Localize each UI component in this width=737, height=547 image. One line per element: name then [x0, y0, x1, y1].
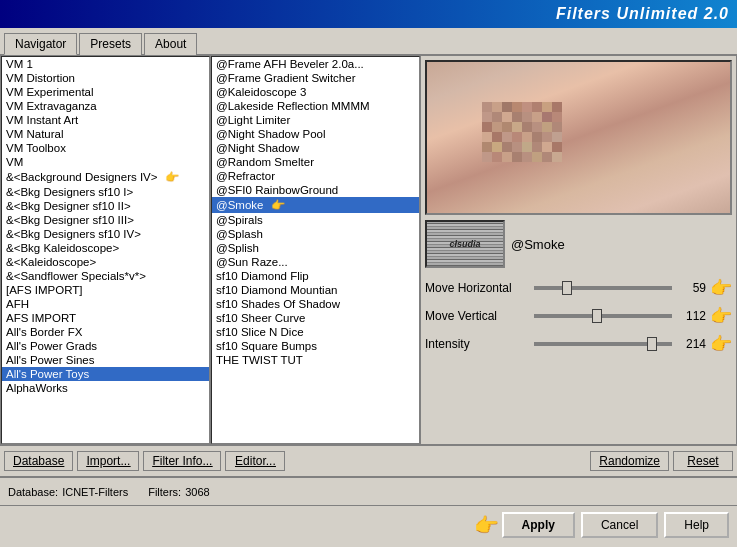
filter-list-item[interactable]: @Splish: [212, 241, 419, 255]
nav-list-item[interactable]: AFS IMPORT: [2, 311, 209, 325]
nav-list-item[interactable]: AlphaWorks: [2, 381, 209, 395]
slider-track-h[interactable]: [534, 286, 672, 290]
nav-list-item[interactable]: &<Kaleidoscope>: [2, 255, 209, 269]
editor-underline: E: [235, 454, 243, 468]
filter-list-item[interactable]: sf10 Diamond Flip: [212, 269, 419, 283]
left-panel: VM 1VM DistortionVM ExperimentalVM Extra…: [1, 56, 211, 444]
cancel-button[interactable]: Cancel: [581, 512, 658, 538]
filter-list[interactable]: @Frame AFH Beveler 2.0a...@Frame Gradien…: [211, 56, 420, 444]
middle-panel: @Frame AFH Beveler 2.0a...@Frame Gradien…: [211, 56, 421, 444]
slider-value-v: 112: [676, 309, 706, 323]
thumb-row: cłsudia @Smoke: [425, 219, 732, 269]
nav-list-item[interactable]: VM Natural: [2, 127, 209, 141]
filter-list-item[interactable]: @Light Limiter: [212, 113, 419, 127]
filter-list-item[interactable]: sf10 Diamond Mountian: [212, 283, 419, 297]
slider-row-vertical: Move Vertical 112 👉: [425, 305, 732, 327]
tab-presets[interactable]: Presets: [79, 33, 142, 55]
main-content: VM 1VM DistortionVM ExperimentalVM Extra…: [0, 55, 737, 445]
status-database: Database: ICNET-Filters: [8, 486, 128, 498]
apply-arrow-icon: 👉: [474, 513, 499, 537]
nav-list-item[interactable]: &<Bkg Designer sf10 II>: [2, 199, 209, 213]
nav-list-item[interactable]: All's Power Sines: [2, 353, 209, 367]
slider-track-i[interactable]: [534, 342, 672, 346]
slider-thumb-i[interactable]: [647, 337, 657, 351]
slider-label-i: Intensity: [425, 337, 530, 351]
right-panel: cłsudia @Smoke Move Horizontal 59 👉 Move…: [421, 56, 736, 444]
filter-list-item[interactable]: THE TWIST TUT: [212, 353, 419, 367]
title-bar: Filters Unlimited 2.0: [0, 0, 737, 28]
filter-list-item[interactable]: @Smoke 👉: [212, 197, 419, 213]
status-filters: Filters: 3068: [148, 486, 209, 498]
tab-navigator[interactable]: Navigator: [4, 33, 77, 55]
status-filters-value: 3068: [185, 486, 209, 498]
nav-list-item[interactable]: VM: [2, 155, 209, 169]
slider-arrow-v: 👉: [710, 305, 732, 327]
filter-list-item[interactable]: @Kaleidoscope 3: [212, 85, 419, 99]
nav-list-item[interactable]: VM Extravaganza: [2, 99, 209, 113]
nav-list-item[interactable]: All's Border FX: [2, 325, 209, 339]
nav-list-item[interactable]: All's Power Toys: [2, 367, 209, 381]
preview-image: [425, 60, 732, 215]
nav-list-item[interactable]: VM Instant Art: [2, 113, 209, 127]
slider-row-intensity: Intensity 214 👉: [425, 333, 732, 355]
slider-arrow-h: 👉: [710, 277, 732, 299]
slider-value-h: 59: [676, 281, 706, 295]
import-button[interactable]: Import...: [77, 451, 139, 471]
action-bar: 👉 Apply Cancel Help: [0, 505, 737, 543]
filter-list-item[interactable]: @Night Shadow Pool: [212, 127, 419, 141]
sliders-area: Move Horizontal 59 👉 Move Vertical 112 👉…: [425, 273, 732, 359]
nav-list-item[interactable]: &<Bkg Designers sf10 IV>: [2, 227, 209, 241]
filter-list-item[interactable]: sf10 Square Bumps: [212, 339, 419, 353]
slider-row-horizontal: Move Horizontal 59 👉: [425, 277, 732, 299]
navigator-list[interactable]: VM 1VM DistortionVM ExperimentalVM Extra…: [1, 56, 210, 444]
nav-list-item[interactable]: All's Power Grads: [2, 339, 209, 353]
filter-list-item[interactable]: @Spirals: [212, 213, 419, 227]
database-button[interactable]: Database: [4, 451, 73, 471]
filter-list-item[interactable]: @Frame Gradient Switcher: [212, 71, 419, 85]
slider-thumb-v[interactable]: [592, 309, 602, 323]
nav-list-item[interactable]: &<Bkg Designers sf10 I>: [2, 185, 209, 199]
slider-arrow-i: 👉: [710, 333, 732, 355]
status-filters-label: Filters:: [148, 486, 181, 498]
apply-wrapper: 👉 Apply: [502, 512, 575, 538]
nav-list-item[interactable]: &<Bkg Designer sf10 III>: [2, 213, 209, 227]
nav-list-item[interactable]: &<Bkg Kaleidoscope>: [2, 241, 209, 255]
filter-list-item[interactable]: @Splash: [212, 227, 419, 241]
filter-thumbnail: cłsudia: [425, 220, 505, 268]
app-title: Filters Unlimited 2.0: [556, 5, 729, 23]
help-button[interactable]: Help: [664, 512, 729, 538]
slider-track-v[interactable]: [534, 314, 672, 318]
nav-list-item[interactable]: VM Experimental: [2, 85, 209, 99]
filter-list-item[interactable]: sf10 Shades Of Shadow: [212, 297, 419, 311]
editor-button[interactable]: Editor...: [225, 451, 285, 471]
thumb-logo: cłsudia: [449, 239, 480, 249]
reset-button[interactable]: Reset: [673, 451, 733, 471]
filter-list-item[interactable]: @Night Shadow: [212, 141, 419, 155]
filter-list-item[interactable]: @SFI0 RainbowGround: [212, 183, 419, 197]
filterinfo-underline: F: [152, 454, 159, 468]
slider-label-v: Move Vertical: [425, 309, 530, 323]
slider-thumb-h[interactable]: [562, 281, 572, 295]
tab-about[interactable]: About: [144, 33, 197, 55]
randomize-button[interactable]: Randomize: [590, 451, 669, 471]
filter-list-item[interactable]: @Frame AFH Beveler 2.0a...: [212, 57, 419, 71]
apply-button[interactable]: Apply: [502, 512, 575, 538]
nav-list-item[interactable]: &<Sandflower Specials*v*>: [2, 269, 209, 283]
filter-list-item[interactable]: @Random Smelter: [212, 155, 419, 169]
slider-label-h: Move Horizontal: [425, 281, 530, 295]
filter-list-item[interactable]: sf10 Slice N Dice: [212, 325, 419, 339]
filter-list-item[interactable]: @Refractor: [212, 169, 419, 183]
filter-list-item[interactable]: sf10 Sheer Curve: [212, 311, 419, 325]
filter-list-item[interactable]: @Sun Raze...: [212, 255, 419, 269]
nav-list-item[interactable]: [AFS IMPORT]: [2, 283, 209, 297]
nav-list-item[interactable]: VM Toolbox: [2, 141, 209, 155]
filter-info-button[interactable]: Filter Info...: [143, 451, 221, 471]
status-bar: Database: ICNET-Filters Filters: 3068: [0, 477, 737, 505]
filter-list-item[interactable]: @Lakeside Reflection MMMM: [212, 99, 419, 113]
nav-list-item[interactable]: AFH: [2, 297, 209, 311]
nav-list-item[interactable]: VM Distortion: [2, 71, 209, 85]
nav-list-item[interactable]: &<Background Designers IV> 👉: [2, 169, 209, 185]
nav-list-item[interactable]: VM 1: [2, 57, 209, 71]
tab-bar: Navigator Presets About: [0, 28, 737, 55]
status-db-label: Database:: [8, 486, 58, 498]
